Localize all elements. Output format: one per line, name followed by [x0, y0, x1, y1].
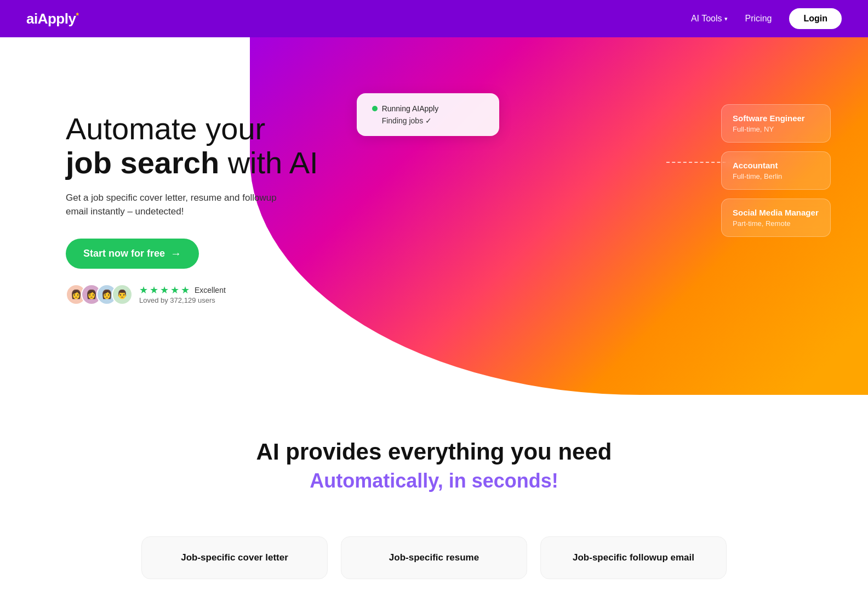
- ai-tools-link[interactable]: AI Tools ▾: [691, 14, 728, 24]
- job-card: Social Media Manager Part-time, Remote: [721, 199, 831, 237]
- logo-text: aiApply: [26, 10, 76, 27]
- cta-button[interactable]: Start now for free →: [66, 239, 199, 269]
- status-dot: [372, 106, 378, 111]
- job-card-title: Accountant: [733, 161, 819, 170]
- star-icon: ★: [139, 284, 148, 296]
- features-section: Job-specific cover letter Job-specific r…: [0, 525, 868, 601]
- rating-block: ★ ★ ★ ★ ★ Excellent Loved by 372,129 use…: [139, 284, 226, 304]
- running-status-text: Running AIApply: [382, 104, 439, 113]
- feature-card-title: Job-specific cover letter: [159, 552, 310, 563]
- feature-card-followup: Job-specific followup email: [540, 536, 727, 579]
- login-button[interactable]: Login: [789, 8, 842, 29]
- stars: ★ ★ ★ ★ ★ Excellent: [139, 284, 226, 296]
- feature-card-cover-letter: Job-specific cover letter: [141, 536, 328, 579]
- feature-card-resume: Job-specific resume: [341, 536, 527, 579]
- job-card: Software Engineer Full-time, NY: [721, 104, 831, 143]
- hero-title-bold: job search: [66, 145, 219, 180]
- section2-title: AI provides everything you need: [26, 439, 842, 465]
- hero-left: Automate your job search with AI Get a j…: [66, 112, 318, 304]
- hero-right: Running AIApply Finding jobs ✓ Software …: [340, 71, 842, 346]
- section2-subtitle-plain: Automatically,: [310, 469, 448, 492]
- avatar: 👨: [112, 284, 133, 305]
- nav-links: AI Tools ▾ Pricing Login: [691, 8, 842, 29]
- job-card: Accountant Full-time, Berlin: [721, 151, 831, 190]
- social-proof: 👩 👩 👩 👨 ★ ★ ★ ★ ★ Excellent Loved by 372…: [66, 284, 318, 305]
- arrow-icon: →: [170, 247, 181, 260]
- navbar: aiApply* AI Tools ▾ Pricing Login: [0, 0, 868, 37]
- cta-label: Start now for free: [83, 248, 165, 259]
- job-cards: Software Engineer Full-time, NY Accounta…: [721, 104, 831, 237]
- section2-subtitle: Automatically, in seconds!: [26, 469, 842, 492]
- logo-star: *: [76, 11, 78, 20]
- ai-tools-label: AI Tools: [691, 14, 722, 24]
- star-icon: ★: [150, 284, 158, 296]
- pricing-label: Pricing: [745, 14, 772, 24]
- logo[interactable]: aiApply*: [26, 10, 78, 27]
- job-card-title: Software Engineer: [733, 114, 819, 123]
- hero-title-rest: with AI: [219, 145, 318, 180]
- finding-jobs-text: Finding jobs ✓: [382, 116, 484, 125]
- running-status: Running AIApply: [372, 104, 484, 113]
- feature-card-title: Job-specific followup email: [558, 552, 709, 563]
- job-card-sub: Full-time, Berlin: [733, 172, 819, 180]
- rating-sub: Loved by 372,129 users: [139, 296, 226, 304]
- rating-label: Excellent: [195, 286, 226, 294]
- star-icon: ★: [170, 284, 179, 296]
- star-half-icon: ★: [181, 284, 190, 296]
- job-card-title: Social Media Manager: [733, 208, 819, 217]
- feature-card-title: Job-specific resume: [359, 552, 509, 563]
- hero-subtitle: Get a job specific cover letter, resume …: [66, 191, 285, 219]
- star-icon: ★: [160, 284, 169, 296]
- job-card-sub: Part-time, Remote: [733, 219, 819, 228]
- section2-subtitle-accent: in seconds!: [449, 469, 558, 492]
- hero-title: Automate your job search with AI: [66, 112, 318, 179]
- hero-section: Automate your job search with AI Get a j…: [0, 0, 868, 395]
- ai-provides-section: AI provides everything you need Automati…: [0, 395, 868, 525]
- hero-content: Automate your job search with AI Get a j…: [0, 0, 868, 395]
- job-card-sub: Full-time, NY: [733, 125, 819, 133]
- avatars: 👩 👩 👩 👨: [66, 284, 133, 305]
- chevron-down-icon: ▾: [724, 15, 728, 22]
- running-card: Running AIApply Finding jobs ✓: [357, 93, 499, 136]
- pricing-link[interactable]: Pricing: [745, 14, 772, 24]
- hero-title-line1: Automate your: [66, 111, 265, 146]
